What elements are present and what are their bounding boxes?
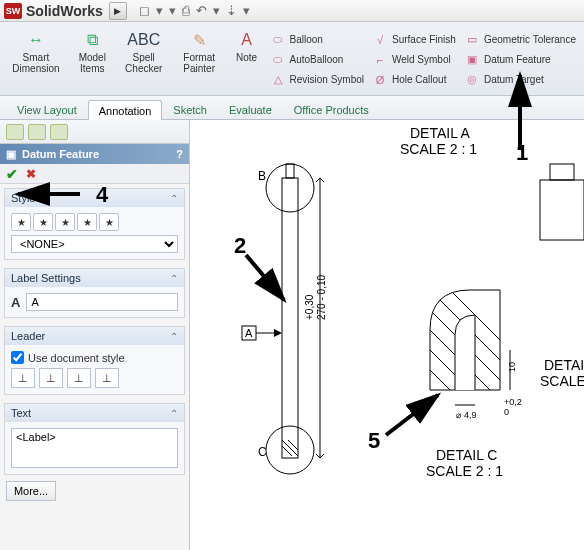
drawing-canvas[interactable]: DETAIL A SCALE 2 : 1 B C 270 - 0,10 <box>190 120 584 550</box>
style-select[interactable]: <NONE> <box>11 235 178 253</box>
svg-text:DETAIL A: DETAIL A <box>410 125 471 141</box>
datum-target-icon: ◎ <box>464 72 480 88</box>
weld-symbol-label: Weld Symbol <box>392 54 451 65</box>
leader-style-2-icon[interactable]: ⊥ <box>39 368 63 388</box>
svg-text:270 - 0,10: 270 - 0,10 <box>316 275 327 320</box>
leader-header[interactable]: Leader⌃ <box>5 327 184 345</box>
use-document-style-checkbox[interactable] <box>11 351 24 364</box>
svg-text:0: 0 <box>504 407 509 417</box>
note-icon: A <box>235 28 259 52</box>
label-settings-header[interactable]: Label Settings⌃ <box>5 269 184 287</box>
style-button-row: ★ ★ ★ ★ ★ <box>11 213 178 231</box>
style-delete-icon[interactable]: ★ <box>55 213 75 231</box>
callout-1: 1 <box>516 140 528 166</box>
manager-tabs <box>0 120 189 144</box>
left-panel: ▣ Datum Feature ? ✔ ✖ Style⌃ ★ ★ ★ ★ ★ <… <box>0 120 190 550</box>
style-save-icon[interactable]: ★ <box>77 213 97 231</box>
property-manager-title-text: Datum Feature <box>22 148 99 160</box>
svg-point-6 <box>266 426 314 474</box>
svg-rect-33 <box>540 180 584 240</box>
svg-text:SCALE 2: SCALE 2 <box>540 373 584 389</box>
style-group-header[interactable]: Style⌃ <box>5 189 184 207</box>
datum-feature-button[interactable]: ▣Datum Feature <box>462 51 578 69</box>
chevron-up-icon: ⌃ <box>170 193 178 204</box>
model-items-button[interactable]: ⧉ Model Items <box>70 26 115 93</box>
use-document-style-label: Use document style <box>28 352 125 364</box>
tab-sketch[interactable]: Sketch <box>162 99 218 119</box>
text-input[interactable]: <Label> <box>11 428 178 468</box>
format-painter-label: Format Painter <box>177 52 222 74</box>
auto-balloon-button[interactable]: ⬭AutoBalloon <box>268 51 366 69</box>
weld-symbol-button[interactable]: ⌐Weld Symbol <box>370 51 458 69</box>
more-button[interactable]: More... <box>6 481 56 501</box>
datum-feature-icon: ▣ <box>464 52 480 68</box>
smart-dimension-label: Smart Dimension <box>10 52 62 74</box>
spell-checker-label: Spell Checker <box>123 52 165 74</box>
leader-style-3-icon[interactable]: ⊥ <box>67 368 91 388</box>
configuration-manager-tab-icon[interactable] <box>50 124 68 140</box>
svg-point-3 <box>266 164 314 212</box>
save-icon[interactable]: ▾ <box>169 3 176 18</box>
help-icon[interactable]: ? <box>176 148 183 160</box>
open-icon[interactable]: ▾ <box>156 3 163 18</box>
geometric-tolerance-label: Geometric Tolerance <box>484 34 576 45</box>
balloon-icon: ⬭ <box>270 32 286 48</box>
svg-text:B: B <box>258 169 266 183</box>
note-label: Note <box>236 52 257 63</box>
balloon-button[interactable]: ⬭Balloon <box>268 31 366 49</box>
hole-callout-button[interactable]: ØHole Callout <box>370 71 458 89</box>
surface-finish-button[interactable]: √Surface Finish <box>370 31 458 49</box>
undo-icon[interactable]: ↶ <box>196 3 207 18</box>
balloon-label: Balloon <box>290 34 323 45</box>
svg-text:10: 10 <box>507 362 517 372</box>
print-icon[interactable]: ⎙ <box>182 3 190 18</box>
spell-checker-button[interactable]: ABC Spell Checker <box>119 26 169 93</box>
tab-office-products[interactable]: Office Products <box>283 99 380 119</box>
callout-5: 5 <box>368 428 380 454</box>
text-header[interactable]: Text⌃ <box>5 404 184 422</box>
style-apply-icon[interactable]: ★ <box>11 213 31 231</box>
geometric-tolerance-button[interactable]: ▭Geometric Tolerance <box>462 31 578 49</box>
datum-feature-label: Datum Feature <box>484 54 551 65</box>
svg-text:+0,2: +0,2 <box>504 397 522 407</box>
surface-finish-label: Surface Finish <box>392 34 456 45</box>
svg-rect-2 <box>282 178 298 458</box>
tab-evaluate[interactable]: Evaluate <box>218 99 283 119</box>
feature-manager-tab-icon[interactable] <box>6 124 24 140</box>
smart-dimension-button[interactable]: ↔ Smart Dimension <box>6 26 66 93</box>
label-input[interactable] <box>26 293 178 311</box>
rebuild-icon[interactable]: ⇣ <box>226 3 237 18</box>
style-load-icon[interactable]: ★ <box>99 213 119 231</box>
property-manager-tab-icon[interactable] <box>28 124 46 140</box>
datum-target-button[interactable]: ◎Datum Target <box>462 71 578 89</box>
leader-style-1-icon[interactable]: ⊥ <box>11 368 35 388</box>
select-icon[interactable]: ▾ <box>213 3 220 18</box>
ok-button[interactable]: ✔ <box>6 166 18 182</box>
svg-text:4,9: 4,9 <box>464 410 477 420</box>
revision-symbol-button[interactable]: △Revision Symbol <box>268 71 366 89</box>
chevron-up-icon: ⌃ <box>170 273 178 284</box>
revision-symbol-icon: △ <box>270 72 286 88</box>
tab-annotation[interactable]: Annotation <box>88 100 163 120</box>
svg-text:SCALE 2 : 1: SCALE 2 : 1 <box>400 141 477 157</box>
solidworks-logo-icon: SW <box>4 3 22 19</box>
svg-rect-34 <box>550 164 574 180</box>
leader-style-4-icon[interactable]: ⊥ <box>95 368 119 388</box>
property-manager-title: ▣ Datum Feature ? <box>0 144 189 164</box>
model-items-label: Model Items <box>74 52 111 74</box>
format-painter-button[interactable]: ✎ Format Painter <box>173 26 226 93</box>
workspace: ▣ Datum Feature ? ✔ ✖ Style⌃ ★ ★ ★ ★ ★ <… <box>0 120 584 550</box>
label-settings-group: Label Settings⌃ A <box>4 268 185 318</box>
menu-dropdown-button[interactable]: ▶ <box>109 2 127 20</box>
svg-line-10 <box>288 440 298 450</box>
new-doc-icon[interactable]: ◻ <box>139 3 150 18</box>
options-icon[interactable]: ▾ <box>243 3 250 18</box>
style-add-icon[interactable]: ★ <box>33 213 53 231</box>
svg-text:⌀: ⌀ <box>456 410 462 420</box>
cancel-button[interactable]: ✖ <box>26 167 36 181</box>
tab-view-layout[interactable]: View Layout <box>6 99 88 119</box>
note-button[interactable]: A Note <box>230 26 264 93</box>
svg-text:A: A <box>245 327 253 339</box>
auto-balloon-icon: ⬭ <box>270 52 286 68</box>
drawing-svg: DETAIL A SCALE 2 : 1 B C 270 - 0,10 <box>190 120 584 550</box>
